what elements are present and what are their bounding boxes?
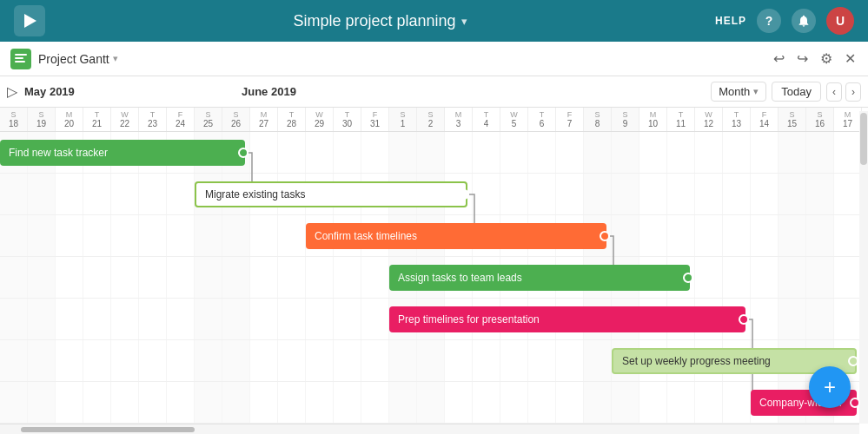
- day-num-19: 6: [540, 119, 545, 128]
- gantt-cell-4-1: [28, 299, 56, 339]
- gantt-cell-1-1: [28, 174, 56, 214]
- gantt-cell-6-7: [195, 382, 222, 423]
- task-bar-3[interactable]: Confirm task timelines: [306, 223, 606, 249]
- day-name-27: F: [762, 110, 767, 119]
- gantt-cell-3-0: [0, 257, 28, 298]
- task-label-6: Set up weekly progress meeting: [622, 355, 771, 367]
- view-controls: Month ▾ Today ‹ ›: [711, 82, 861, 102]
- gantt-cell-5-13: [361, 340, 389, 381]
- gantt-cell-6-23: [639, 382, 667, 423]
- gantt-cell-2-22: [612, 215, 639, 256]
- gantt-cell-6-26: [723, 382, 751, 423]
- task-bar-4[interactable]: Assign tasks to team leads: [389, 265, 690, 291]
- gantt-cell-3-2: [56, 257, 83, 298]
- day-name-21: S: [594, 110, 600, 119]
- notifications-icon[interactable]: [792, 9, 816, 33]
- gantt-cell-6-19: [528, 382, 556, 423]
- h-scrollbar-thumb[interactable]: [21, 427, 195, 432]
- gantt-cell-3-5: [139, 257, 167, 298]
- svg-rect-3: [15, 61, 25, 62]
- gantt-cell-4-7: [195, 299, 222, 339]
- day-num-13: 31: [370, 119, 380, 128]
- user-avatar[interactable]: U: [826, 7, 854, 35]
- day-num-16: 3: [456, 119, 461, 128]
- day-num-2: 20: [64, 119, 74, 128]
- gantt-cell-6-10: [278, 382, 306, 423]
- gantt-cell-0-29: [806, 132, 834, 173]
- gantt-cell-5-0: [0, 340, 28, 381]
- gantt-cell-1-26: [723, 174, 751, 214]
- redo-icon[interactable]: ↪: [795, 49, 810, 69]
- gantt-cell-3-26: [723, 257, 751, 298]
- day-num-1: 19: [36, 119, 46, 128]
- day-header-19: T6: [528, 108, 556, 131]
- gantt-cell-2-28: [779, 215, 806, 256]
- close-icon[interactable]: ✕: [843, 49, 858, 69]
- day-name-0: S: [10, 110, 16, 119]
- settings-icon[interactable]: ⚙: [818, 49, 834, 69]
- day-header-13: F31: [361, 108, 389, 131]
- day-name-9: M: [261, 110, 268, 119]
- panel-header-right: ↩ ↪ ⚙ ✕: [772, 49, 858, 69]
- panel-title[interactable]: Project Gantt ▾: [38, 52, 118, 66]
- panel-header: Project Gantt ▾ ↩ ↪ ⚙ ✕: [0, 42, 868, 76]
- gantt-grid: Find new task trackerMigrate existing ta…: [0, 132, 868, 424]
- gantt-cell-1-18: [500, 174, 528, 214]
- gantt-cell-0-22: [612, 132, 639, 173]
- main-content: Project Gantt ▾ ↩ ↪ ⚙ ✕ ▷ May 2019 June …: [0, 42, 868, 434]
- v-scrollbar[interactable]: [859, 111, 868, 424]
- day-name-22: S: [622, 110, 627, 119]
- gantt-cell-5-15: [417, 340, 445, 381]
- day-header-22: S9: [612, 108, 639, 131]
- month2-label: June 2019: [242, 85, 296, 98]
- day-name-7: S: [205, 110, 210, 119]
- v-scrollbar-thumb[interactable]: [860, 113, 867, 165]
- gantt-cell-3-8: [222, 257, 250, 298]
- today-button[interactable]: Today: [772, 82, 821, 102]
- day-name-6: F: [178, 110, 183, 119]
- gantt-cell-0-11: [306, 132, 334, 173]
- gantt-cell-4-27: [751, 299, 779, 339]
- day-header-17: T4: [473, 108, 500, 131]
- gantt-cell-2-2: [56, 215, 83, 256]
- h-scrollbar[interactable]: [0, 424, 859, 434]
- gantt-cell-3-1: [28, 257, 56, 298]
- next-button[interactable]: ›: [845, 82, 861, 102]
- gantt-cell-4-11: [306, 299, 334, 339]
- help-icon[interactable]: ?: [757, 9, 781, 33]
- gantt-cell-0-28: [779, 132, 806, 173]
- day-name-5: T: [150, 110, 156, 119]
- page-title-chevron-icon[interactable]: ▾: [461, 15, 467, 28]
- logo[interactable]: [14, 5, 45, 36]
- month-view-select[interactable]: Month ▾: [711, 82, 766, 102]
- gantt-cell-4-8: [222, 299, 250, 339]
- add-task-button[interactable]: +: [809, 366, 851, 408]
- day-name-24: T: [679, 110, 684, 119]
- gantt-cell-5-8: [222, 340, 250, 381]
- gantt-cell-1-4: [111, 174, 139, 214]
- svg-marker-0: [24, 14, 36, 28]
- day-header-14: S1: [389, 108, 417, 131]
- day-num-29: 16: [815, 119, 825, 128]
- undo-icon[interactable]: ↩: [772, 49, 786, 69]
- gantt-cell-0-10: [278, 132, 306, 173]
- task-bar-1[interactable]: Find new task tracker: [0, 140, 245, 166]
- calendar-nav-icon[interactable]: ▷: [7, 83, 17, 100]
- task-bar-5[interactable]: Prep timelines for presentation: [389, 306, 745, 332]
- gantt-cell-5-2: [56, 340, 83, 381]
- prev-button[interactable]: ‹: [826, 82, 842, 102]
- gantt-area: ▷ May 2019 June 2019 Month ▾ Today ‹ › S…: [0, 76, 868, 434]
- gantt-cell-4-29: [806, 299, 834, 339]
- day-num-28: 15: [787, 119, 797, 128]
- page-title: Simple project planning ▾: [293, 12, 467, 30]
- gantt-cell-0-13: [361, 132, 389, 173]
- gantt-cell-4-10: [278, 299, 306, 339]
- gantt-cell-1-30: [834, 174, 862, 214]
- help-label[interactable]: HELP: [715, 15, 746, 27]
- gantt-cell-2-24: [667, 215, 695, 256]
- gantt-cell-6-5: [139, 382, 167, 423]
- gantt-cell-6-20: [556, 382, 584, 423]
- gantt-cell-2-4: [111, 215, 139, 256]
- task-bar-2[interactable]: Migrate existing tasks: [195, 181, 467, 207]
- day-num-25: 12: [704, 119, 713, 128]
